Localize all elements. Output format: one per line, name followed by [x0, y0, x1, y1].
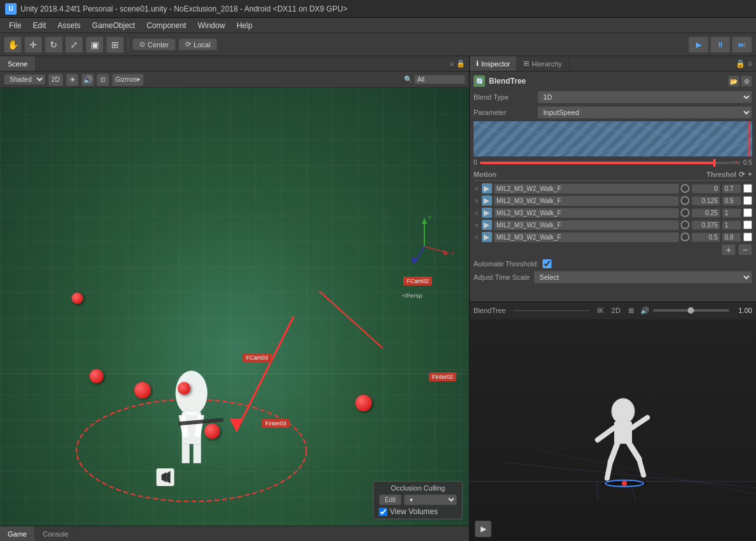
- scene-options-icon[interactable]: ≡: [450, 60, 454, 68]
- audio-toggle[interactable]: 🔊: [81, 73, 94, 86]
- motion-icon-0: ▶: [482, 183, 492, 194]
- preview-icon-2[interactable]: 🔊: [640, 307, 649, 315]
- menu-assets[interactable]: Assets: [52, 20, 86, 31]
- occlusion-edit-button[interactable]: Edit: [379, 494, 401, 505]
- toolbar: ✋ ✛ ↻ ⤢ ▣ ⊞ ⊙ Center ⟳ Local ▶ ⏸ ⏭: [0, 33, 756, 56]
- motion-thresh-2[interactable]: [691, 208, 720, 218]
- svg-rect-7: [194, 444, 201, 463]
- drag-handle-3[interactable]: ≡: [474, 222, 480, 229]
- preview-time-value: 1.00: [733, 307, 752, 314]
- svg-text:X: X: [451, 250, 455, 257]
- drag-handle-1[interactable]: ≡: [474, 197, 480, 204]
- motion-name-4: MIL2_M3_W2_Walk_F: [494, 232, 679, 242]
- motion-val-2[interactable]: [722, 208, 741, 218]
- toolbar-sep-1: [128, 38, 128, 51]
- preview-viewport[interactable]: ▶: [470, 319, 756, 542]
- motion-check-4[interactable]: [743, 232, 752, 241]
- svg-marker-16: [422, 218, 427, 224]
- preview-time-track[interactable]: [653, 309, 729, 312]
- open-btn[interactable]: 📂: [728, 75, 739, 87]
- hand-tool-button[interactable]: ✋: [4, 36, 22, 53]
- add-motion-icon[interactable]: +: [748, 170, 752, 179]
- view-volumes-checkbox[interactable]: [379, 508, 387, 516]
- blend-visualization: [474, 121, 752, 156]
- preview-2d-label[interactable]: 2D: [612, 307, 621, 314]
- menu-file[interactable]: File: [4, 20, 26, 31]
- motion-thresh-3[interactable]: [691, 220, 720, 230]
- tab-hierarchy[interactable]: ⊞ Hierarchy: [517, 56, 569, 71]
- inspector-menu-icon[interactable]: ≡: [748, 59, 752, 68]
- add-motion-button[interactable]: +: [721, 244, 736, 255]
- effects-toggle[interactable]: ⊡: [96, 73, 109, 86]
- scene-tab-bar: Scene ≡ 🔒: [0, 56, 469, 72]
- lighting-toggle[interactable]: ☀: [66, 73, 79, 86]
- motion-val-1[interactable]: [722, 196, 741, 206]
- parameter-dropdown[interactable]: InputSpeed: [537, 106, 752, 119]
- motion-dot-1[interactable]: [681, 196, 690, 205]
- preview-ik-label[interactable]: IK: [597, 307, 603, 314]
- center-pivot-button[interactable]: ⊙ Center: [132, 38, 176, 50]
- step-button[interactable]: ⏭: [732, 36, 752, 53]
- rotate-tool-button[interactable]: ↻: [45, 36, 63, 53]
- menu-gameobject[interactable]: GameObject: [87, 20, 140, 31]
- settings-btn[interactable]: ⚙: [741, 75, 752, 87]
- tab-scene[interactable]: Scene: [0, 56, 36, 71]
- motion-check-0[interactable]: [743, 184, 752, 193]
- range-track[interactable]: →: [480, 162, 741, 164]
- play-button[interactable]: ▶: [688, 36, 709, 53]
- local-global-button[interactable]: ⟳ Local: [178, 38, 217, 50]
- transform-tool-button[interactable]: ⊞: [106, 36, 124, 53]
- menu-edit[interactable]: Edit: [27, 20, 51, 31]
- tab-inspector[interactable]: ℹ Inspector: [470, 56, 517, 71]
- blend-type-dropdown-wrapper: 1D: [537, 91, 752, 103]
- scene-panel: Scene ≡ 🔒 Shaded 2D ☀ 🔊 ⊡ Gizmos▾ 🔍: [0, 56, 470, 541]
- motion-dot-2[interactable]: [681, 208, 690, 217]
- adjust-time-scale-label: Adjust Time Scale: [474, 273, 530, 281]
- motion-check-1[interactable]: [743, 196, 752, 205]
- shading-dropdown[interactable]: Shaded: [4, 74, 45, 85]
- move-tool-button[interactable]: ✛: [24, 36, 42, 53]
- motion-thresh-4[interactable]: [691, 232, 720, 242]
- drag-handle-0[interactable]: ≡: [474, 185, 480, 192]
- tab-console[interactable]: Console: [35, 526, 77, 541]
- drag-handle-2[interactable]: ≡: [474, 210, 480, 217]
- motion-val-3[interactable]: [722, 220, 741, 230]
- scene-toolbar: Shaded 2D ☀ 🔊 ⊡ Gizmos▾ 🔍: [0, 72, 469, 88]
- scale-tool-button[interactable]: ⤢: [65, 36, 83, 53]
- automate-threshold-checkbox[interactable]: [543, 259, 552, 268]
- rect-tool-button[interactable]: ▣: [86, 36, 104, 53]
- blend-type-label: Blend Type: [474, 93, 537, 101]
- blend-type-dropdown[interactable]: 1D: [537, 91, 752, 103]
- drag-handle-4[interactable]: ≡: [474, 234, 480, 241]
- 2d-toggle[interactable]: 2D: [48, 73, 63, 86]
- motion-thresh-1[interactable]: [691, 196, 720, 206]
- motion-check-2[interactable]: [743, 208, 752, 217]
- scene-viewport[interactable]: Y X <Persp FCam02 FCam03 Finter02 Finter…: [0, 88, 469, 526]
- scene-search-input[interactable]: [414, 75, 465, 84]
- preview-icon-1[interactable]: ⊞: [628, 307, 634, 315]
- motion-dot-3[interactable]: [681, 220, 690, 229]
- motion-val-0[interactable]: [722, 184, 741, 194]
- motion-header: Motion Threshol ⟳ +: [474, 170, 752, 181]
- menu-help[interactable]: Help: [231, 20, 258, 31]
- motion-check-3[interactable]: [743, 220, 752, 229]
- adjust-time-scale-dropdown[interactable]: Select: [534, 271, 752, 284]
- range-arrow-icon: →: [730, 156, 739, 167]
- menu-component[interactable]: Component: [141, 20, 191, 31]
- scene-lock-icon[interactable]: 🔒: [456, 59, 465, 68]
- occlusion-mode-dropdown[interactable]: ▾: [404, 494, 457, 505]
- motion-dot-4[interactable]: [681, 232, 690, 241]
- blendtree-title: BlendTree: [489, 77, 724, 86]
- motion-dot-0[interactable]: [681, 184, 690, 193]
- auto-icon: ⟳: [739, 170, 745, 179]
- motion-thresh-0[interactable]: [691, 184, 720, 194]
- lock-icon[interactable]: 🔒: [736, 59, 745, 68]
- menu-window[interactable]: Window: [192, 20, 230, 31]
- scene-gizmos[interactable]: Gizmos▾: [112, 73, 144, 86]
- tab-game[interactable]: Game: [0, 526, 35, 541]
- remove-motion-button[interactable]: −: [738, 244, 752, 255]
- pause-button[interactable]: ⏸: [710, 36, 730, 53]
- svg-line-35: [607, 462, 610, 478]
- motion-val-4[interactable]: [722, 232, 741, 242]
- preview-thumb: [688, 307, 694, 314]
